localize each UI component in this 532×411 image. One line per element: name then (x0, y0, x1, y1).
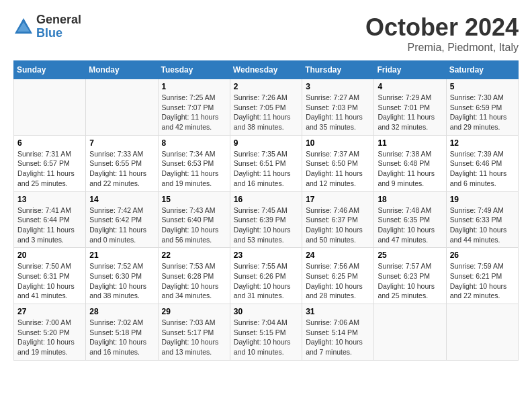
day-number: 22 (162, 250, 226, 260)
day-cell: 25Sunrise: 7:57 AMSunset: 6:23 PMDayligh… (374, 248, 446, 304)
logo: General Blue (13, 13, 81, 40)
day-number: 1 (162, 82, 226, 91)
header-cell-wednesday: Wednesday (230, 61, 302, 79)
header-cell-saturday: Saturday (446, 61, 518, 79)
logo-general: General (36, 13, 81, 27)
day-info: Sunrise: 7:35 AMSunset: 6:51 PMDaylight:… (234, 149, 298, 189)
day-info: Sunrise: 7:50 AMSunset: 6:31 PMDaylight:… (17, 261, 82, 301)
day-cell: 6Sunrise: 7:31 AMSunset: 6:57 PMDaylight… (14, 135, 86, 191)
day-cell: 1Sunrise: 7:25 AMSunset: 7:07 PMDaylight… (158, 79, 230, 136)
day-cell: 28Sunrise: 7:02 AMSunset: 5:18 PMDayligh… (86, 304, 158, 361)
day-cell: 11Sunrise: 7:38 AMSunset: 6:48 PMDayligh… (374, 135, 446, 191)
day-info: Sunrise: 7:04 AMSunset: 5:15 PMDaylight:… (234, 318, 298, 357)
day-cell: 9Sunrise: 7:35 AMSunset: 6:51 PMDaylight… (230, 135, 302, 191)
day-cell: 19Sunrise: 7:49 AMSunset: 6:33 PMDayligh… (446, 191, 518, 248)
day-cell: 12Sunrise: 7:39 AMSunset: 6:46 PMDayligh… (446, 135, 518, 191)
day-number: 11 (378, 138, 442, 148)
day-cell (14, 79, 86, 136)
day-number: 23 (234, 250, 298, 260)
day-info: Sunrise: 7:00 AMSunset: 5:20 PMDaylight:… (17, 318, 82, 357)
day-info: Sunrise: 7:52 AMSunset: 6:30 PMDaylight:… (89, 261, 154, 301)
day-cell: 3Sunrise: 7:27 AMSunset: 7:03 PMDaylight… (302, 79, 374, 136)
day-number: 15 (162, 195, 226, 204)
day-number: 3 (306, 82, 370, 91)
day-info: Sunrise: 7:31 AMSunset: 6:57 PMDaylight:… (17, 149, 82, 189)
day-number: 30 (234, 307, 298, 316)
day-number: 18 (378, 195, 442, 204)
day-number: 7 (89, 138, 154, 148)
header-cell-sunday: Sunday (14, 61, 86, 79)
day-cell: 4Sunrise: 7:29 AMSunset: 7:01 PMDaylight… (374, 79, 446, 136)
day-cell: 16Sunrise: 7:45 AMSunset: 6:39 PMDayligh… (230, 191, 302, 248)
calendar-header: SundayMondayTuesdayWednesdayThursdayFrid… (14, 61, 519, 79)
day-cell: 30Sunrise: 7:04 AMSunset: 5:15 PMDayligh… (230, 304, 302, 361)
day-info: Sunrise: 7:06 AMSunset: 5:14 PMDaylight:… (306, 318, 370, 357)
day-cell: 27Sunrise: 7:00 AMSunset: 5:20 PMDayligh… (14, 304, 86, 361)
day-cell (446, 304, 518, 361)
calendar-body: 1Sunrise: 7:25 AMSunset: 7:07 PMDaylight… (14, 79, 519, 361)
day-info: Sunrise: 7:48 AMSunset: 6:35 PMDaylight:… (378, 205, 442, 245)
day-number: 20 (17, 250, 82, 260)
day-info: Sunrise: 7:03 AMSunset: 5:17 PMDaylight:… (162, 318, 226, 357)
day-number: 8 (162, 138, 226, 148)
day-info: Sunrise: 7:02 AMSunset: 5:18 PMDaylight:… (89, 318, 154, 357)
day-number: 9 (234, 138, 298, 148)
week-row-2: 6Sunrise: 7:31 AMSunset: 6:57 PMDaylight… (14, 135, 519, 191)
day-info: Sunrise: 7:55 AMSunset: 6:26 PMDaylight:… (234, 261, 298, 301)
day-info: Sunrise: 7:34 AMSunset: 6:53 PMDaylight:… (162, 149, 226, 189)
day-cell: 29Sunrise: 7:03 AMSunset: 5:17 PMDayligh… (158, 304, 230, 361)
header-cell-tuesday: Tuesday (158, 61, 230, 79)
week-row-1: 1Sunrise: 7:25 AMSunset: 7:07 PMDaylight… (14, 79, 519, 136)
day-number: 31 (306, 307, 370, 316)
header-cell-friday: Friday (374, 61, 446, 79)
day-info: Sunrise: 7:39 AMSunset: 6:46 PMDaylight:… (450, 149, 515, 189)
logo-blue: Blue (36, 27, 81, 40)
header-cell-thursday: Thursday (302, 61, 374, 79)
day-cell: 21Sunrise: 7:52 AMSunset: 6:30 PMDayligh… (86, 248, 158, 304)
day-number: 24 (306, 250, 370, 260)
day-cell: 7Sunrise: 7:33 AMSunset: 6:55 PMDaylight… (86, 135, 158, 191)
day-cell: 23Sunrise: 7:55 AMSunset: 6:26 PMDayligh… (230, 248, 302, 304)
day-number: 4 (378, 82, 442, 91)
day-number: 17 (306, 195, 370, 204)
header-cell-monday: Monday (86, 61, 158, 79)
day-info: Sunrise: 7:43 AMSunset: 6:40 PMDaylight:… (162, 205, 226, 245)
day-number: 21 (89, 250, 154, 260)
day-info: Sunrise: 7:26 AMSunset: 7:05 PMDaylight:… (234, 93, 298, 132)
day-info: Sunrise: 7:59 AMSunset: 6:21 PMDaylight:… (450, 261, 515, 301)
day-info: Sunrise: 7:57 AMSunset: 6:23 PMDaylight:… (378, 261, 442, 301)
week-row-3: 13Sunrise: 7:41 AMSunset: 6:44 PMDayligh… (14, 191, 519, 248)
calendar-table: SundayMondayTuesdayWednesdayThursdayFrid… (13, 60, 519, 361)
week-row-5: 27Sunrise: 7:00 AMSunset: 5:20 PMDayligh… (14, 304, 519, 361)
day-info: Sunrise: 7:25 AMSunset: 7:07 PMDaylight:… (162, 93, 226, 132)
day-number: 19 (450, 195, 515, 204)
day-info: Sunrise: 7:33 AMSunset: 6:55 PMDaylight:… (89, 149, 154, 189)
day-number: 13 (17, 195, 82, 204)
day-number: 14 (89, 195, 154, 204)
day-cell: 20Sunrise: 7:50 AMSunset: 6:31 PMDayligh… (14, 248, 86, 304)
day-cell: 17Sunrise: 7:46 AMSunset: 6:37 PMDayligh… (302, 191, 374, 248)
day-cell: 15Sunrise: 7:43 AMSunset: 6:40 PMDayligh… (158, 191, 230, 248)
day-cell: 24Sunrise: 7:56 AMSunset: 6:25 PMDayligh… (302, 248, 374, 304)
day-number: 26 (450, 250, 515, 260)
day-number: 29 (162, 307, 226, 316)
day-cell: 26Sunrise: 7:59 AMSunset: 6:21 PMDayligh… (446, 248, 518, 304)
day-number: 27 (17, 307, 82, 316)
day-cell: 5Sunrise: 7:30 AMSunset: 6:59 PMDaylight… (446, 79, 518, 136)
day-number: 5 (450, 82, 515, 91)
day-cell: 18Sunrise: 7:48 AMSunset: 6:35 PMDayligh… (374, 191, 446, 248)
day-number: 6 (17, 138, 82, 148)
day-info: Sunrise: 7:27 AMSunset: 7:03 PMDaylight:… (306, 93, 370, 132)
day-number: 16 (234, 195, 298, 204)
logo-icon (13, 17, 34, 37)
day-cell: 31Sunrise: 7:06 AMSunset: 5:14 PMDayligh… (302, 304, 374, 361)
logo-text: General Blue (36, 13, 81, 40)
day-info: Sunrise: 7:46 AMSunset: 6:37 PMDaylight:… (306, 205, 370, 245)
day-info: Sunrise: 7:41 AMSunset: 6:44 PMDaylight:… (17, 205, 82, 245)
day-number: 25 (378, 250, 442, 260)
page-header: General Blue October 2024 Premia, Piedmo… (13, 13, 519, 54)
day-cell: 8Sunrise: 7:34 AMSunset: 6:53 PMDaylight… (158, 135, 230, 191)
day-info: Sunrise: 7:49 AMSunset: 6:33 PMDaylight:… (450, 205, 515, 245)
day-cell (86, 79, 158, 136)
day-number: 10 (306, 138, 370, 148)
